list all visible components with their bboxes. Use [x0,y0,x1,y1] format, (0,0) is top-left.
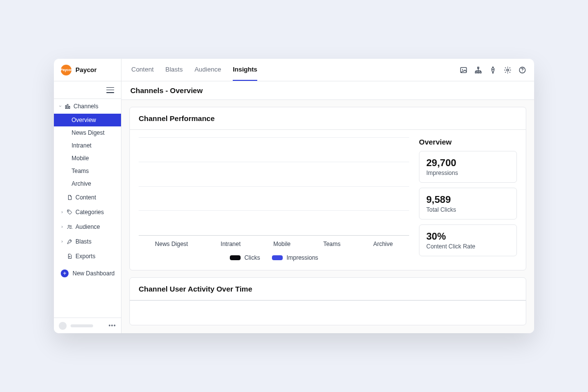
help-icon[interactable] [518,66,526,74]
topnav-item-label: Audience [195,66,221,73]
legend-swatch-clicks [230,255,241,260]
design-icon[interactable] [489,66,497,74]
sidebar-sub-news-digest[interactable]: News Digest [54,126,121,139]
topnav-item-audience[interactable]: Audience [195,59,221,81]
stat-card: 9,589Total Clicks [419,188,517,220]
svg-rect-11 [69,106,70,109]
legend-impressions: Impressions [272,254,318,261]
brand-logo-text: Paycor [60,68,72,72]
stats-title: Overview [419,138,517,146]
channels-icon [65,103,71,109]
topnav-item-blasts[interactable]: Blasts [166,59,183,81]
page-title: Channels - Overview [122,81,534,100]
topnav-item-insights[interactable]: Insights [233,59,257,81]
audience-icon [67,224,73,230]
svg-rect-3 [475,72,477,73]
new-dashboard-label: New Dashboard [73,270,115,277]
legend-impressions-label: Impressions [287,254,318,261]
topbar-icons [460,66,526,74]
sidebar-channels-label: Channels [74,103,98,110]
legend-clicks-label: Clicks [245,254,260,261]
brand-logo: Paycor [61,65,72,75]
sidebar-exports-label: Exports [75,253,96,260]
chevron-down-icon [59,105,62,108]
side-nav: Channels OverviewNews DigestIntranetMobi… [54,99,121,318]
svg-rect-10 [67,104,68,109]
outer-frame: Paycor Paycor ContentBlastsAudienceInsig… [0,0,588,392]
card-user-activity-body [130,300,526,325]
stat-value: 9,589 [426,194,510,205]
chevron-right-icon [61,225,64,228]
sidebar-item-audience[interactable]: Audience [54,220,121,234]
chart-x-label: Teams [323,241,341,247]
svg-point-8 [522,71,522,72]
legend-swatch-impressions [272,255,283,260]
chart-x-label: Mobile [273,241,291,247]
topnav-item-label: Insights [233,66,257,73]
sidebar-audience-label: Audience [75,223,100,230]
image-icon[interactable] [460,66,467,74]
sitemap-icon[interactable] [474,66,482,74]
chart-x-label: Intranet [220,241,241,247]
chart-x-label: Archive [373,241,393,247]
stat-label: Impressions [426,170,510,176]
sidebar-content-label: Content [75,194,96,201]
user-name-placeholder [71,324,93,327]
svg-point-12 [68,211,69,212]
svg-rect-2 [478,67,479,69]
svg-rect-9 [66,106,67,109]
app-window: Paycor Paycor ContentBlastsAudienceInsig… [54,59,534,333]
body: Channels OverviewNews DigestIntranetMobi… [54,81,534,333]
svg-point-1 [462,69,463,70]
stat-card: 30%Content Click Rate [419,224,517,256]
stat-label: Content Click Rate [426,243,510,250]
document-icon [67,195,73,200]
chart-column: News DigestIntranetMobileTeamsArchive Cl… [139,138,409,261]
main: Channels - Overview Channel Performance … [122,81,534,333]
card-user-activity-title: Channel User Activity Over Time [130,278,526,300]
topnav-item-label: Content [131,66,154,73]
sidebar-sub-overview[interactable]: Overview [54,114,121,126]
topnav: ContentBlastsAudienceInsights [122,59,257,81]
stat-value: 30% [426,231,510,242]
sidebar-blasts-label: Blasts [75,238,92,245]
sidebar-group-channels[interactable]: Channels [54,99,121,114]
topnav-item-content[interactable]: Content [131,59,154,81]
sidebar-toggle-row [54,81,121,99]
brand: Paycor Paycor [54,59,122,81]
stats-column: Overview 29,700Impressions9,589Total Cli… [419,138,517,261]
new-dashboard-button[interactable]: + New Dashboard [54,264,121,283]
card-channel-performance-title: Channel Performance [130,107,526,130]
card-channel-performance: Channel Performance News DigestIntranetM… [129,107,526,270]
chart-x-label: News Digest [155,241,188,247]
sidebar-footer: ••• [54,318,121,333]
sidebar-categories-label: Categories [75,209,104,216]
chart-legend: Clicks Impressions [139,247,409,261]
card-channel-performance-body: News DigestIntranetMobileTeamsArchive Cl… [130,130,526,270]
svg-point-13 [68,225,70,227]
sidebar: Channels OverviewNews DigestIntranetMobi… [54,81,122,333]
chart-bars-row [139,138,409,235]
sidebar-sub-mobile[interactable]: Mobile [54,152,121,165]
chevron-right-icon [61,211,64,214]
legend-clicks: Clicks [230,254,260,261]
stat-label: Total Clicks [426,206,510,213]
content-area: Channel Performance News DigestIntranetM… [122,100,534,333]
sidebar-item-exports[interactable]: Exports [54,249,121,264]
topnav-item-label: Blasts [166,66,183,73]
sidebar-sub-archive[interactable]: Archive [54,177,121,190]
sidebar-item-categories[interactable]: Categories [54,205,121,220]
avatar[interactable] [59,322,67,330]
chevron-right-icon [61,240,64,243]
svg-point-6 [507,69,509,71]
sidebar-item-blasts[interactable]: Blasts [54,234,121,249]
hamburger-icon[interactable] [106,87,114,93]
chart-x-labels: News DigestIntranetMobileTeamsArchive [139,236,409,247]
chart-area [139,138,409,236]
sidebar-item-content[interactable]: Content [54,190,121,205]
sidebar-sub-intranet[interactable]: Intranet [54,139,121,152]
more-menu-icon[interactable]: ••• [108,322,116,329]
sidebar-sub-teams[interactable]: Teams [54,165,121,177]
tag-icon [67,209,73,215]
gear-icon[interactable] [504,66,512,74]
